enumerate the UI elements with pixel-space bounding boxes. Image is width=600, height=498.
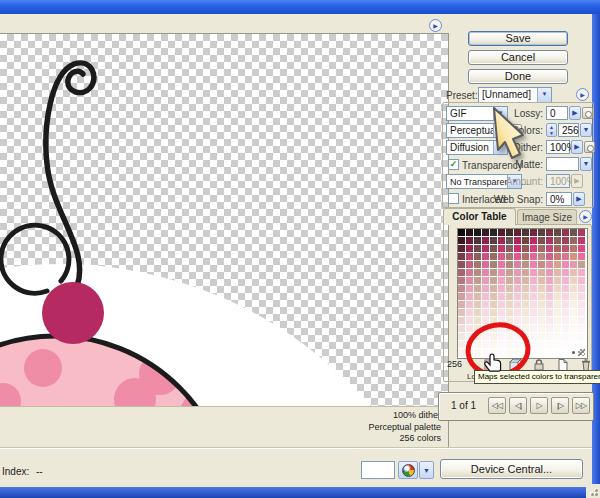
color-swatch[interactable] — [562, 269, 569, 276]
color-swatch[interactable] — [578, 245, 585, 252]
color-swatch[interactable] — [482, 269, 489, 276]
color-swatch[interactable] — [490, 229, 497, 236]
color-swatch[interactable] — [522, 341, 529, 348]
color-swatch[interactable] — [570, 301, 577, 308]
color-swatch[interactable] — [546, 349, 553, 356]
color-swatch[interactable] — [570, 277, 577, 284]
color-swatch[interactable] — [514, 277, 521, 284]
color-swatch[interactable] — [458, 285, 465, 292]
color-swatch[interactable] — [562, 285, 569, 292]
image-canvas[interactable] — [0, 34, 448, 406]
color-swatch[interactable] — [506, 309, 513, 316]
color-swatch[interactable] — [474, 341, 481, 348]
color-swatch[interactable] — [530, 277, 537, 284]
color-swatch[interactable] — [522, 309, 529, 316]
color-swatch[interactable] — [498, 245, 505, 252]
color-swatch[interactable] — [530, 253, 537, 260]
browser-list-arrow-icon[interactable]: ▼ — [419, 461, 434, 479]
color-swatch[interactable] — [554, 277, 561, 284]
color-swatch[interactable] — [578, 325, 585, 332]
color-swatch[interactable] — [458, 269, 465, 276]
color-swatch[interactable] — [498, 341, 505, 348]
color-swatch[interactable] — [570, 309, 577, 316]
color-swatch[interactable] — [570, 261, 577, 268]
preset-flyout-icon[interactable]: ▶ — [576, 88, 589, 101]
colors-stepper-down-icon[interactable]: ▼ — [547, 130, 556, 136]
color-swatch[interactable] — [474, 229, 481, 236]
color-swatch[interactable] — [482, 333, 489, 340]
color-swatch[interactable] — [530, 301, 537, 308]
color-swatch[interactable] — [514, 285, 521, 292]
color-swatch[interactable] — [482, 261, 489, 268]
color-swatch[interactable] — [506, 229, 513, 236]
color-swatch[interactable] — [498, 293, 505, 300]
color-swatch[interactable] — [506, 341, 513, 348]
color-swatch[interactable] — [482, 229, 489, 236]
color-swatch[interactable] — [554, 301, 561, 308]
color-swatch[interactable] — [506, 269, 513, 276]
color-swatch[interactable] — [474, 253, 481, 260]
color-swatch[interactable] — [538, 253, 545, 260]
color-swatch[interactable] — [498, 237, 505, 244]
color-swatch[interactable] — [482, 301, 489, 308]
color-swatch[interactable] — [506, 349, 513, 356]
anim-previous-button[interactable]: ◁| — [509, 397, 527, 414]
color-swatch[interactable] — [538, 333, 545, 340]
color-swatch[interactable] — [506, 245, 513, 252]
color-swatch[interactable] — [522, 229, 529, 236]
color-swatch[interactable] — [562, 293, 569, 300]
color-swatch[interactable] — [514, 309, 521, 316]
anim-first-button[interactable]: ◁◁ — [488, 397, 506, 414]
color-swatch[interactable] — [522, 317, 529, 324]
websnap-field[interactable]: 0% — [546, 192, 572, 206]
color-swatch[interactable] — [554, 309, 561, 316]
color-swatch[interactable] — [514, 245, 521, 252]
color-swatch[interactable] — [474, 261, 481, 268]
color-swatch[interactable] — [498, 333, 505, 340]
color-swatch[interactable] — [562, 245, 569, 252]
color-swatch[interactable] — [514, 325, 521, 332]
color-swatch[interactable] — [474, 237, 481, 244]
color-swatch[interactable] — [578, 341, 585, 348]
color-swatch[interactable] — [570, 245, 577, 252]
color-swatch[interactable] — [498, 317, 505, 324]
color-swatch[interactable] — [466, 261, 473, 268]
color-swatch[interactable] — [490, 325, 497, 332]
color-swatch[interactable] — [538, 269, 545, 276]
color-swatch[interactable] — [466, 317, 473, 324]
format-dropdown[interactable]: GIF ▼ — [446, 106, 508, 121]
lossy-slider-button[interactable]: ▶ — [569, 106, 581, 120]
color-swatch[interactable] — [490, 293, 497, 300]
color-swatch[interactable] — [466, 253, 473, 260]
color-swatch[interactable] — [522, 325, 529, 332]
color-swatch[interactable] — [522, 333, 529, 340]
color-swatch[interactable] — [482, 245, 489, 252]
color-swatch[interactable] — [506, 333, 513, 340]
color-swatch[interactable] — [490, 309, 497, 316]
color-swatch[interactable] — [522, 261, 529, 268]
color-swatch[interactable] — [530, 325, 537, 332]
color-swatch[interactable] — [490, 253, 497, 260]
color-swatch[interactable] — [514, 269, 521, 276]
color-swatch[interactable] — [498, 277, 505, 284]
color-swatch[interactable] — [498, 229, 505, 236]
color-swatch[interactable] — [562, 253, 569, 260]
color-swatch[interactable] — [458, 341, 465, 348]
color-swatch[interactable] — [506, 237, 513, 244]
color-swatch[interactable] — [546, 245, 553, 252]
color-swatch[interactable] — [474, 317, 481, 324]
color-swatch[interactable] — [578, 349, 585, 356]
color-swatch[interactable] — [578, 229, 585, 236]
color-swatch[interactable] — [562, 261, 569, 268]
lossy-channel-icon[interactable] — [582, 107, 593, 119]
color-swatch[interactable] — [482, 349, 489, 356]
color-table-flyout-icon[interactable]: ▶ — [579, 210, 592, 223]
color-swatch[interactable] — [554, 349, 561, 356]
preview-menu-flyout-icon[interactable]: ▶ — [429, 19, 442, 32]
color-swatch[interactable] — [554, 333, 561, 340]
color-swatch[interactable] — [538, 309, 545, 316]
color-swatch[interactable] — [466, 277, 473, 284]
color-swatch[interactable] — [578, 317, 585, 324]
color-swatch[interactable] — [482, 237, 489, 244]
color-swatch[interactable] — [570, 349, 577, 356]
